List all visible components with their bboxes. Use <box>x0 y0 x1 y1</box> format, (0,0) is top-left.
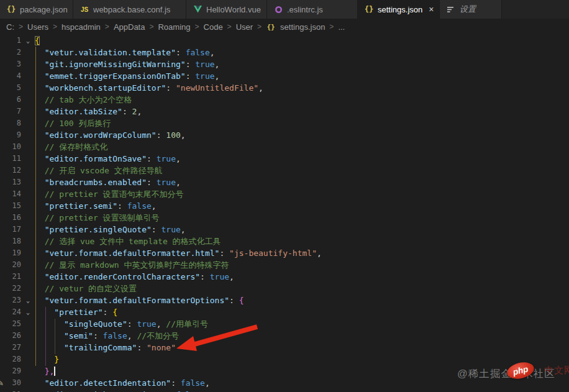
token <box>35 248 45 258</box>
token: true <box>137 319 156 329</box>
line-number: 19 <box>0 247 21 259</box>
gutter-edit-icon[interactable]: ✎ <box>0 379 4 388</box>
fold-chevron-icon[interactable]: ⌄ <box>21 294 35 306</box>
breadcrumb-file[interactable]: settings.json <box>280 22 325 32</box>
code-line[interactable]: 27 "trailingComma": "none" <box>0 342 569 353</box>
line-number: 28 <box>0 353 21 365</box>
code-line[interactable]: 1⌄{ <box>0 35 569 47</box>
breadcrumb-segment[interactable]: Code <box>204 22 223 32</box>
code-line[interactable]: 23⌄ "vetur.format.defaultFormatterOption… <box>0 294 569 306</box>
code-line[interactable]: 20 // 显示 markdown 中英文切换时产生的特殊字符 <box>0 259 569 271</box>
token <box>35 95 45 104</box>
fold-gutter <box>21 176 35 188</box>
code-line[interactable]: 2 "vetur.validation.template": false, <box>0 47 569 58</box>
close-icon[interactable]: × <box>429 5 434 14</box>
code-line[interactable]: 4 "emmet.triggerExpansionOnTab": true, <box>0 70 569 82</box>
breadcrumb: C:>Users>hspcadmin>AppData>Roaming>Code>… <box>0 19 569 35</box>
line-number: 2 <box>0 47 21 58</box>
line-number: 25 <box>0 318 21 330</box>
line-number: 9 <box>0 129 21 141</box>
token: false <box>186 48 210 57</box>
code-text: "prettier.semi": false, <box>35 200 157 212</box>
fold-chevron-icon[interactable]: ⌄ <box>21 35 35 47</box>
code-text: "vetur.format.defaultFormatter.html": "j… <box>35 247 322 259</box>
code-line[interactable]: 19 "vetur.format.defaultFormatter.html":… <box>0 247 569 259</box>
code-line[interactable]: 13 "breadcrumbs.enabled": true, <box>0 176 569 188</box>
tab-webpack-base-conf-js[interactable]: JSwebpack.base.conf.js <box>73 0 186 19</box>
code-text: "editor.formatOnSave": true, <box>35 153 181 165</box>
code-line[interactable]: 6 // tab 大小为2个空格 <box>0 94 569 106</box>
breadcrumb-segment[interactable]: Users <box>27 22 48 32</box>
line-number: 12 <box>0 165 21 176</box>
tab-label: webpack.base.conf.js <box>93 5 170 14</box>
fold-gutter <box>21 259 35 271</box>
code-text: "workbench.startupEditor": "newUntitledF… <box>35 82 263 94</box>
fold-gutter <box>21 165 35 176</box>
breadcrumb-segment[interactable]: C: <box>6 22 14 32</box>
chevron-separator-icon: > <box>257 22 262 31</box>
tab-package-json[interactable]: {}package.json <box>0 0 73 19</box>
token <box>35 213 45 222</box>
code-line[interactable]: 8 // 100 列后换行 <box>0 117 569 129</box>
token: true <box>195 60 214 69</box>
tab-helloworld-vue[interactable]: HelloWorld.vue <box>186 0 267 19</box>
code-line[interactable]: 31 "editor.quickSuggestions": false, <box>0 389 569 392</box>
code-line[interactable]: 17 "prettier.singleQuote": true, <box>0 224 569 235</box>
token: , <box>205 378 210 388</box>
breadcrumb-segment[interactable]: hspcadmin <box>61 22 101 32</box>
token: : <box>147 178 157 187</box>
breadcrumb-segment[interactable]: User <box>236 22 253 32</box>
token: "editor.tabSize" <box>45 107 122 116</box>
code-line[interactable]: 7 "editor.tabSize": 2, <box>0 106 569 117</box>
code-editor[interactable]: 1⌄{2 "vetur.validation.template": false,… <box>0 35 569 392</box>
settings-icon <box>446 4 456 14</box>
line-number: 27 <box>0 342 21 353</box>
token: , <box>229 272 234 281</box>
fold-gutter <box>21 141 35 153</box>
code-text: // 开启 vscode 文件路径导航 <box>35 165 163 176</box>
breadcrumb-segment[interactable]: AppData <box>114 22 145 32</box>
breadcrumb-more[interactable]: ... <box>338 22 345 32</box>
token <box>35 83 45 93</box>
fold-gutter <box>21 353 35 365</box>
fold-chevron-icon[interactable]: ⌄ <box>21 306 35 318</box>
token: : <box>147 154 157 163</box>
tab--eslintrc-js[interactable]: .eslintrc.js <box>267 0 358 19</box>
code-line[interactable]: 16 // prettier 设置强制单引号 <box>0 212 569 224</box>
code-text: "trailingComma": "none" <box>35 342 176 353</box>
watermark-suffix: 中文网 <box>544 365 569 376</box>
code-line[interactable]: 28 } <box>0 353 569 365</box>
token <box>35 178 45 187</box>
code-text: "editor.quickSuggestions": false, <box>35 389 205 392</box>
code-line[interactable]: 14 // prettier 设置语句末尾不加分号 <box>0 188 569 200</box>
code-line[interactable]: 21 "editor.renderControlCharacters": tru… <box>0 271 569 283</box>
code-line[interactable]: 3 "git.ignoreMissingGitWarning": true, <box>0 58 569 70</box>
token: // 保存时格式化 <box>45 142 107 152</box>
token <box>35 260 45 270</box>
code-text: "emmet.triggerExpansionOnTab": true, <box>35 70 219 82</box>
code-line[interactable]: 25 "singleQuote": true, //用单引号 <box>0 318 569 330</box>
token: , <box>137 107 142 116</box>
code-text: "vetur.validation.template": false, <box>35 47 215 58</box>
line-number: 24 <box>0 306 21 318</box>
code-line[interactable]: 12 // 开启 vscode 文件路径导航 <box>0 165 569 176</box>
code-line[interactable]: 18 // 选择 vue 文件中 template 的格式化工具 <box>0 235 569 247</box>
code-line[interactable]: 24⌄ "prettier": { <box>0 306 569 318</box>
code-text: "breadcrumbs.enabled": true, <box>35 176 181 188</box>
code-line[interactable]: 11 "editor.formatOnSave": true, <box>0 153 569 165</box>
code-line[interactable]: 5 "workbench.startupEditor": "newUntitle… <box>0 82 569 94</box>
token: "workbench.startupEditor" <box>45 83 166 93</box>
code-line[interactable]: 10 // 保存时格式化 <box>0 141 569 153</box>
line-number: 29 <box>0 365 21 377</box>
code-line[interactable]: 9 "editor.wordWrapColumn": 100, <box>0 129 569 141</box>
tab--[interactable]: 设置 <box>440 0 502 19</box>
token: true <box>157 154 176 163</box>
breadcrumb-segment[interactable]: Roaming <box>158 22 190 32</box>
code-line[interactable]: 26 "semi": false, //不加分号 <box>0 330 569 342</box>
token: true <box>210 272 229 281</box>
tab-settings-json[interactable]: {}settings.json× <box>358 0 440 19</box>
code-line[interactable]: 22 // vetur 的自定义设置 <box>0 283 569 294</box>
code-line[interactable]: 15 "prettier.semi": false, <box>0 200 569 212</box>
fold-gutter <box>21 224 35 235</box>
code-text: // 保存时格式化 <box>35 141 107 153</box>
